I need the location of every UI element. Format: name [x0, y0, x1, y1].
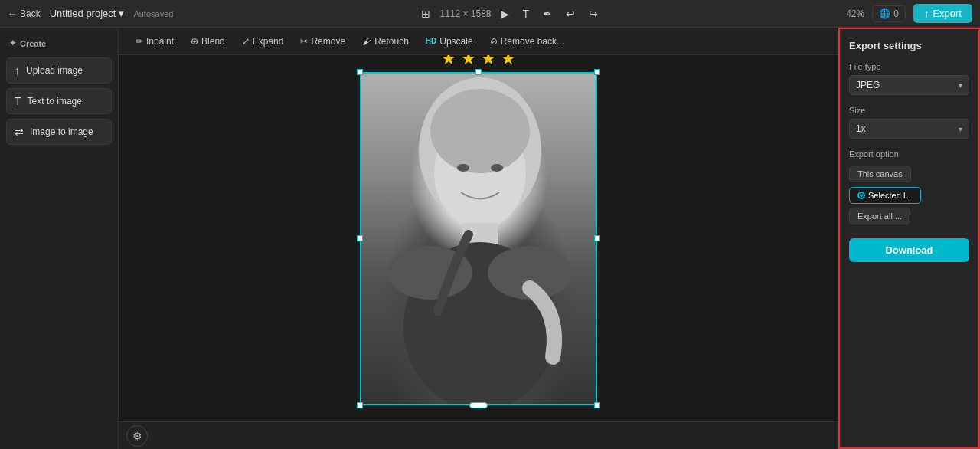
image-transfer-icon: ⇄ [15, 126, 24, 138]
export-option-group: Export option This canvas Selected I... … [849, 149, 969, 224]
upload-image-button[interactable]: ↑ Upload image [6, 57, 112, 84]
world-icon: 🌐 [879, 8, 890, 19]
file-type-chevron-icon: ▾ [959, 81, 962, 90]
text-tool-icon: T [15, 95, 21, 107]
svg-point-7 [457, 164, 469, 172]
redo-button[interactable]: ↪ [584, 5, 603, 23]
create-label: Create [20, 39, 46, 48]
status-count: 0 [893, 8, 899, 19]
handle-bottom-right[interactable] [594, 402, 600, 408]
expand-icon: ⤢ [242, 36, 250, 47]
handle-bottom-left[interactable] [357, 402, 363, 408]
export-all-button[interactable]: Export all ... [849, 208, 910, 224]
back-button[interactable]: ← Back [8, 8, 41, 19]
topbar-center: ⊞ 1112 × 1588 ▶ T ✒ ↩ ↪ [416, 5, 603, 23]
project-chevron-icon: ▾ [119, 8, 124, 19]
handle-top-left[interactable] [357, 69, 363, 75]
size-group: Size 1x ▾ [849, 106, 969, 139]
size-chevron-icon: ▾ [959, 125, 962, 133]
autosaved-status: Autosaved [133, 9, 173, 18]
play-button[interactable]: ▶ [496, 5, 514, 23]
upload-icon: ↑ [15, 64, 20, 77]
expand-label: Expand [253, 36, 284, 47]
inpaint-tool[interactable]: ✏ Inpaint [128, 32, 181, 51]
size-select[interactable]: 1x ▾ [849, 119, 969, 139]
remove-icon: ✂ [300, 36, 308, 47]
expand-tool[interactable]: ⤢ Expand [234, 32, 292, 51]
export-panel-title: Export settings [849, 40, 969, 51]
undo-button[interactable]: ↩ [561, 5, 580, 23]
topbar-tools: ⊞ 1112 × 1588 ▶ T ✒ ↩ ↪ [416, 5, 603, 23]
file-type-group: File type JPEG ▾ [849, 62, 969, 95]
remove-label: Remove [311, 36, 345, 47]
svg-point-6 [430, 89, 530, 173]
upscale-tool[interactable]: HD Upscale [418, 32, 481, 51]
blend-tool[interactable]: ⊕ Blend [183, 32, 233, 51]
settings-button[interactable]: ⚙ [126, 425, 148, 447]
status-badge: 🌐 0 [872, 5, 906, 22]
topbar: ← Back Untitled project ▾ Autosaved ⊞ 11… [0, 0, 980, 28]
retouch-tool[interactable]: 🖌 Retouch [354, 32, 416, 51]
text-to-image-label: Text to image [28, 96, 82, 107]
frame-tool-button[interactable]: ⊞ [416, 5, 435, 23]
export-button[interactable]: ↑ Export [913, 4, 972, 23]
file-type-label: File type [849, 62, 969, 71]
star-1: ★ [441, 55, 456, 69]
main-layout: ✦ Create ↑ Upload image T Text to image … [0, 28, 980, 449]
file-type-select[interactable]: JPEG ▾ [849, 75, 969, 95]
canvas-dimensions: 1112 × 1588 [439, 8, 491, 19]
export-option-label: Export option [849, 149, 969, 159]
selected-radio-dot [860, 194, 863, 197]
export-icon: ↑ [924, 8, 929, 19]
image-to-image-button[interactable]: ⇄ Image to image [6, 119, 112, 145]
canvas-image [360, 72, 597, 405]
handle-middle-left[interactable] [357, 235, 363, 241]
size-value: 1x [856, 123, 866, 134]
topbar-left: ← Back Untitled project ▾ Autosaved [8, 8, 173, 19]
create-icon: ✦ [9, 38, 16, 48]
back-label: Back [20, 8, 41, 19]
create-section-label: ✦ Create [6, 35, 112, 53]
size-label: Size [849, 106, 969, 115]
canvas-area[interactable]: ↻ ★ ★ ★ ★ [119, 55, 838, 421]
star-3: ★ [481, 55, 496, 69]
blend-icon: ⊕ [191, 36, 198, 47]
star-4: ★ [501, 55, 516, 69]
export-panel: Export settings File type JPEG ▾ Size 1x… [838, 28, 980, 449]
zoom-level: 42% [846, 8, 864, 19]
topbar-right: 42% 🌐 0 ↑ Export [846, 4, 972, 23]
selected-layers-button[interactable]: Selected I... [849, 187, 921, 204]
project-name-text: Untitled project [50, 8, 116, 19]
sidebar: ✦ Create ↑ Upload image T Text to image … [0, 28, 119, 449]
inpaint-label: Inpaint [146, 36, 174, 47]
project-name[interactable]: Untitled project ▾ [50, 8, 125, 19]
settings-icon: ⚙ [132, 430, 142, 442]
remove-tool[interactable]: ✂ Remove [292, 32, 353, 51]
text-to-image-button[interactable]: T Text to image [6, 88, 112, 114]
handle-top-right[interactable] [594, 69, 600, 75]
upscale-label: Upscale [439, 36, 472, 47]
upscale-icon: HD [426, 37, 436, 45]
selected-radio-icon [858, 192, 865, 199]
this-canvas-button[interactable]: This canvas [849, 166, 911, 182]
canvas-wrapper: ✏ Inpaint ⊕ Blend ⤢ Expand ✂ Remove 🖌 Re… [119, 28, 838, 449]
image-to-image-label: Image to image [30, 126, 93, 137]
remove-bg-icon: ⊘ [490, 36, 498, 47]
selected-label: Selected I... [868, 191, 913, 200]
pen-tool-button[interactable]: ✒ [538, 5, 557, 23]
svg-point-8 [491, 164, 503, 172]
remove-bg-tool[interactable]: ⊘ Remove back... [482, 32, 572, 51]
remove-bg-label: Remove back... [501, 36, 564, 47]
download-button[interactable]: Download [849, 238, 969, 262]
export-option-buttons: This canvas Selected I... [849, 166, 969, 204]
handle-top-middle[interactable] [475, 69, 482, 75]
upload-label: Upload image [26, 65, 83, 76]
image-container: ↻ ★ ★ ★ ★ [360, 72, 597, 405]
export-label: Export [933, 8, 962, 19]
handle-bottom-middle[interactable] [469, 402, 488, 408]
portrait-svg [361, 74, 597, 405]
bottom-bar: ⚙ [119, 421, 838, 449]
handle-middle-right[interactable] [594, 235, 600, 241]
text-tool-button[interactable]: T [518, 5, 534, 23]
rating-stars: ★ ★ ★ ★ [441, 55, 516, 69]
